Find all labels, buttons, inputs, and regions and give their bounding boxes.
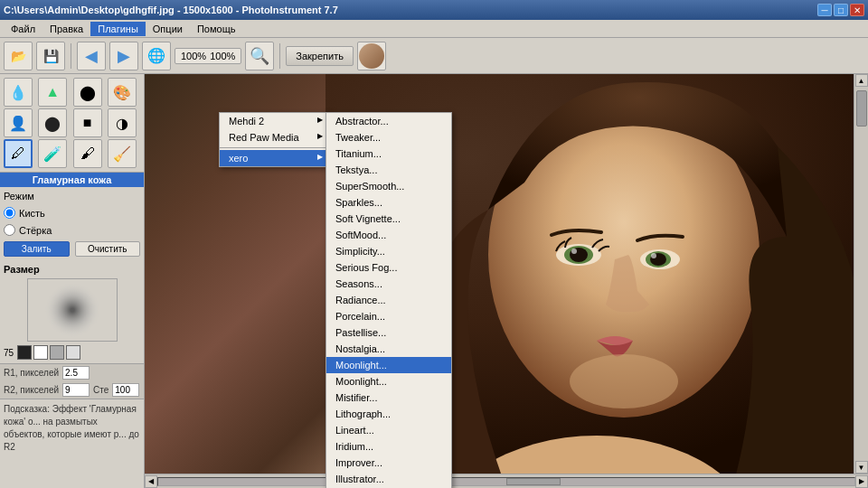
hint-area: Подсказка: Эффект 'Гламурная кожа' о... … (0, 399, 144, 488)
r3-label: Сте (93, 385, 108, 395)
zoom-text2: 100% (210, 51, 235, 61)
scroll-thumb[interactable] (856, 90, 867, 127)
menu-sep-1 (220, 147, 326, 148)
tool-eraser[interactable]: 🧹 (108, 139, 137, 168)
toolbar: 📂 💾 ◀ ▶ 🌐 100% 100% 🔍 Закрепить (0, 38, 868, 74)
tool-black-square[interactable]: ■ (73, 108, 102, 137)
xero-moonlight2[interactable]: Moonlight... (326, 373, 451, 389)
maximize-button[interactable]: □ (834, 4, 848, 16)
right-scrollbar: ▲ ▼ (854, 74, 868, 488)
xero-tweaker[interactable]: Tweaker... (326, 129, 451, 145)
titlebar: C:\Users\Admin\Desktop\gdhgfif.jpg - 150… (0, 0, 868, 20)
size-input-row: 75 (4, 345, 140, 360)
menu-options[interactable]: Опции (146, 22, 190, 36)
xero-supersmooth[interactable]: SuperSmooth... (326, 178, 451, 194)
toolbar-avatar[interactable] (357, 42, 386, 70)
xero-illustrator[interactable]: Illustrator... (326, 471, 451, 487)
menu-redpaw[interactable]: Red Paw Media (220, 129, 326, 145)
color-chips (17, 345, 80, 360)
xero-nostalgia[interactable]: Nostalgia... (326, 341, 451, 357)
toolbar-save-button[interactable]: 💾 (36, 42, 65, 70)
brush-preview (27, 278, 118, 342)
tool-orange-bottle[interactable]: 🧪 (38, 139, 67, 168)
xero-tekstya[interactable]: Tekstya... (326, 162, 451, 178)
chip-lightgray[interactable] (66, 345, 80, 360)
menu-edit[interactable]: Правка (42, 22, 90, 36)
xero-improver[interactable]: Improver... (326, 455, 451, 471)
tool-cone[interactable]: ▲ (38, 78, 67, 107)
toolbar-open-button[interactable]: 📂 (4, 42, 33, 70)
size-title: Размер (4, 264, 140, 275)
toolbar-pin-button[interactable]: Закрепить (286, 46, 354, 66)
xero-pastellise[interactable]: Pastellise... (326, 324, 451, 341)
hscroll-track (157, 477, 855, 486)
menu-mehdi2[interactable]: Mehdi 2 (220, 113, 326, 129)
xero-lineart[interactable]: Lineart... (326, 422, 451, 438)
action-buttons-row: Залить Очистить (4, 241, 140, 257)
titlebar-title: C:\Users\Admin\Desktop\gdhgfif.jpg - 150… (4, 5, 338, 15)
chip-white[interactable] (33, 345, 48, 360)
scroll-up-arrow[interactable]: ▲ (855, 74, 868, 87)
close-button[interactable]: ✕ (850, 4, 864, 16)
tool-white-circle[interactable]: ⬤ (73, 78, 102, 107)
xero-simplicity[interactable]: Simplicity... (326, 243, 451, 259)
panel-title: Гламурная кожа (0, 173, 144, 187)
left-panel: 💧 ▲ ⬤ 🎨 👤 ⬤ ■ ◑ 🖊 🧪 🖌 🧹 Гламурная кожа Р… (0, 74, 145, 488)
minimize-button[interactable]: ─ (817, 4, 832, 16)
tool-dropper[interactable]: 💧 (4, 78, 33, 107)
xero-submenu: Abstractor... Tweaker... Titanium... Tek… (326, 112, 452, 488)
toolbar-nav-back[interactable]: ◀ (77, 42, 106, 70)
chip-dark[interactable] (17, 345, 32, 360)
fill-button[interactable]: Залить (4, 241, 70, 257)
clear-button[interactable]: Очистить (75, 241, 141, 257)
hscroll-thumb[interactable] (506, 478, 561, 485)
xero-mistifier[interactable]: Mistifier... (326, 389, 451, 406)
svg-point-11 (570, 354, 678, 408)
hscroll-right-arrow[interactable]: ▶ (855, 475, 868, 488)
xero-abstractor[interactable]: Abstractor... (326, 113, 451, 129)
xero-radiance[interactable]: Radiance... (326, 292, 451, 308)
xero-iridium[interactable]: Iridium... (326, 438, 451, 455)
menu-file[interactable]: Файл (4, 22, 42, 36)
toolbar-separator-1 (71, 43, 71, 69)
menu-xero[interactable]: xero (220, 150, 326, 166)
r2-input[interactable] (62, 383, 90, 397)
chip-light[interactable] (50, 345, 64, 360)
tool-color-grid[interactable]: 🎨 (108, 78, 137, 107)
xero-titanium[interactable]: Titanium... (326, 145, 451, 162)
toolbar-globe[interactable]: 🌐 (142, 42, 171, 70)
xero-moonlight1[interactable]: Moonlight... (326, 357, 451, 373)
xero-softvignette[interactable]: Soft Vignette... (326, 211, 451, 227)
xero-sparkles[interactable]: Sparkles... (326, 194, 451, 211)
xero-seriousfog[interactable]: Serious Fog... (326, 259, 451, 276)
tool-half-circle[interactable]: ◑ (108, 108, 137, 137)
brush-radio[interactable] (4, 207, 15, 219)
toolbar-nav-forward[interactable]: ▶ (109, 42, 138, 70)
eraser-row: Стёрка (4, 224, 140, 236)
toolbar-separator-2 (279, 43, 280, 69)
eraser-radio[interactable] (4, 224, 15, 236)
main-layout: 💧 ▲ ⬤ 🎨 👤 ⬤ ■ ◑ 🖊 🧪 🖌 🧹 Гламурная кожа Р… (0, 74, 868, 488)
r1-input[interactable] (62, 366, 90, 380)
tool-tube[interactable]: 🖊 (4, 139, 33, 168)
xero-porcelain[interactable]: Porcelain... (326, 308, 451, 324)
tool-icons: 💧 ▲ ⬤ 🎨 👤 ⬤ ■ ◑ 🖊 🧪 🖌 🧹 (0, 74, 144, 173)
tool-face[interactable]: 👤 (4, 108, 33, 137)
content-area: ▲ ▼ ◀ ▶ Mehdi 2 Red Paw Media xero Abstr… (145, 74, 868, 488)
zoom-text: 100% (181, 51, 206, 61)
menu-help[interactable]: Помощь (190, 22, 243, 36)
mode-label: Режим (4, 191, 49, 202)
menu-plugins[interactable]: Плагины (90, 22, 146, 36)
r3-input[interactable] (112, 383, 139, 397)
xero-lithograph[interactable]: Lithograph... (326, 406, 451, 422)
xero-softmood[interactable]: SoftMood... (326, 227, 451, 243)
plugins-menu: Mehdi 2 Red Paw Media xero (219, 112, 327, 167)
xero-seasons[interactable]: Seasons... (326, 276, 451, 292)
tool-brush[interactable]: 🖌 (73, 139, 102, 168)
toolbar-zoom-in[interactable]: 🔍 (245, 42, 274, 70)
hscroll-left-arrow[interactable]: ◀ (145, 475, 157, 488)
svg-point-10 (651, 253, 656, 258)
mode-row: Режим (4, 191, 140, 202)
tool-black-circle[interactable]: ⬤ (38, 108, 67, 137)
scroll-down-arrow[interactable]: ▼ (855, 461, 868, 474)
